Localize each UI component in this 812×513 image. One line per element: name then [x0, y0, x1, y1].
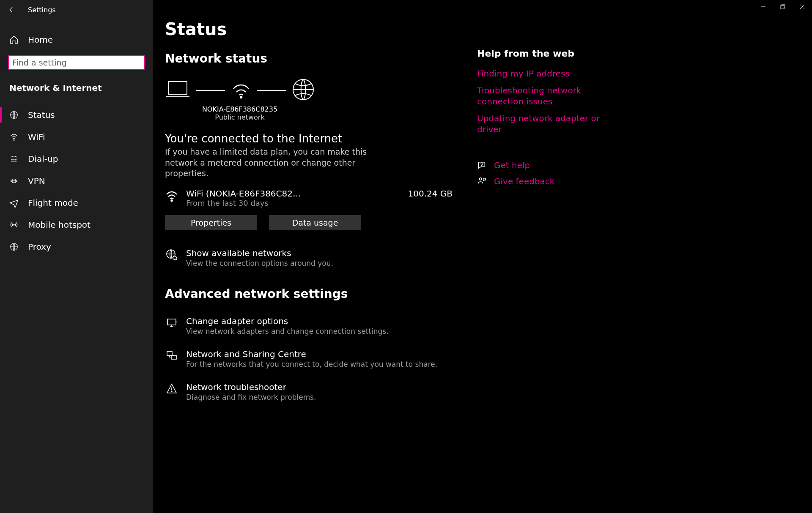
sharing-centre-option[interactable]: Network and Sharing Centre For the netwo… — [165, 349, 457, 368]
svg-point-15 — [240, 96, 242, 98]
network-row: WiFi (NOKIA-E86F386C82… From the last 30… — [165, 188, 457, 207]
get-help-link[interactable]: Get help — [477, 160, 604, 170]
sidebar-item-flightmode[interactable]: Flight mode — [0, 192, 153, 214]
svg-point-7 — [14, 161, 14, 161]
sidebar-item-wifi[interactable]: WiFi — [0, 126, 153, 148]
sidebar-item-proxy[interactable]: Proxy — [0, 236, 153, 258]
svg-point-4 — [14, 159, 14, 160]
globe-icon — [292, 78, 315, 103]
svg-point-0 — [135, 60, 139, 64]
option-sub: Diagnose and fix network problems. — [186, 393, 316, 401]
change-adapter-option[interactable]: Change adapter options View network adap… — [165, 316, 457, 336]
svg-point-9 — [11, 180, 13, 182]
svg-point-11 — [14, 224, 14, 225]
proxy-icon — [9, 243, 19, 251]
help-icon — [477, 161, 486, 170]
minimize-button[interactable] — [754, 0, 773, 14]
svg-point-6 — [12, 161, 12, 161]
sidebar-item-hotspot[interactable]: Mobile hotspot — [0, 214, 153, 236]
show-networks-option[interactable]: Show available networks View the connect… — [165, 248, 457, 267]
sidebar: Settings Home Network & Internet Stat — [0, 0, 153, 513]
sidebar-home[interactable]: Home — [0, 30, 153, 50]
home-icon — [9, 35, 19, 44]
sidebar-item-label: Proxy — [28, 242, 51, 252]
back-icon[interactable] — [8, 6, 15, 14]
window-controls — [754, 0, 812, 14]
svg-rect-23 — [171, 355, 176, 359]
diagram-nettype: Public network — [165, 113, 315, 121]
maximize-button[interactable] — [773, 0, 793, 14]
sidebar-item-label: WiFi — [28, 132, 45, 142]
svg-point-10 — [16, 180, 17, 182]
sidebar-item-dialup[interactable]: Dial-up — [0, 148, 153, 170]
network-name: WiFi (NOKIA-E86F386C82… — [186, 188, 400, 199]
titlebar-left: Settings — [0, 0, 153, 19]
option-title: Change adapter options — [186, 316, 389, 326]
datausage-button[interactable]: Data usage — [269, 215, 361, 230]
wifi-icon — [231, 79, 251, 101]
option-title: Show available networks — [186, 248, 333, 258]
svg-rect-14 — [168, 82, 187, 94]
sharing-icon — [165, 349, 178, 362]
feedback-icon — [477, 177, 486, 186]
option-sub: View network adapters and change connect… — [186, 327, 389, 336]
help-link-driver[interactable]: Updating network adapter or driver — [477, 113, 604, 135]
nav-list: Status WiFi Dial-up VPN — [0, 104, 153, 258]
svg-point-5 — [16, 159, 16, 160]
svg-point-17 — [171, 200, 172, 201]
connected-sub: If you have a limited data plan, you can… — [165, 147, 368, 179]
diagram-line — [196, 90, 225, 91]
close-button[interactable] — [793, 0, 812, 14]
warning-icon — [165, 382, 178, 395]
svg-point-3 — [12, 159, 12, 160]
wifi-icon — [165, 188, 178, 203]
airplane-icon — [9, 198, 19, 207]
sidebar-item-vpn[interactable]: VPN — [0, 170, 153, 192]
sidebar-item-label: VPN — [28, 176, 45, 186]
network-usage: 100.24 GB — [408, 188, 457, 199]
sidebar-item-status[interactable]: Status — [0, 104, 153, 126]
search-box[interactable] — [8, 55, 145, 70]
give-feedback-label: Give feedback — [494, 176, 554, 186]
help-link-ip[interactable]: Finding my IP address — [477, 68, 604, 79]
svg-point-8 — [16, 161, 16, 161]
main: Status Network status — [153, 0, 812, 513]
search-input[interactable] — [12, 58, 134, 67]
sidebar-item-label: Flight mode — [28, 198, 78, 208]
wifi-icon — [9, 132, 19, 142]
network-period: From the last 30 days — [186, 199, 400, 207]
app-title: Settings — [28, 6, 56, 14]
network-status-heading: Network status — [165, 52, 457, 65]
vpn-icon — [9, 176, 19, 186]
advanced-heading: Advanced network settings — [165, 287, 457, 301]
hotspot-icon — [9, 220, 19, 229]
diagram-line — [257, 90, 286, 91]
svg-point-2 — [14, 139, 14, 140]
svg-point-26 — [480, 178, 482, 180]
globe-icon — [9, 111, 19, 119]
properties-button[interactable]: Properties — [165, 215, 257, 230]
adapter-icon — [165, 316, 178, 329]
connected-heading: You're connected to the Internet — [165, 132, 457, 145]
help-link-troubleshoot[interactable]: Troubleshooting network connection issue… — [477, 85, 604, 107]
sidebar-category: Network & Internet — [0, 75, 153, 97]
svg-point-24 — [171, 391, 172, 392]
network-diagram — [165, 78, 315, 103]
option-title: Network and Sharing Centre — [186, 349, 437, 359]
search-icon — [134, 59, 141, 66]
give-feedback-link[interactable]: Give feedback — [477, 176, 604, 186]
sidebar-item-label: Dial-up — [28, 154, 58, 164]
troubleshooter-option[interactable]: Network troubleshooter Diagnose and fix … — [165, 382, 457, 401]
svg-rect-22 — [167, 352, 172, 355]
sidebar-item-label: Mobile hotspot — [28, 220, 91, 230]
dialup-icon — [9, 154, 19, 164]
laptop-icon — [165, 80, 190, 101]
svg-rect-13 — [781, 5, 784, 9]
help-heading: Help from the web — [477, 48, 604, 59]
option-sub: For the networks that you connect to, de… — [186, 360, 437, 368]
sidebar-home-label: Home — [28, 35, 53, 45]
get-help-label: Get help — [494, 160, 530, 170]
diagram-ssid: NOKIA-E86F386C8235 — [165, 105, 315, 113]
sidebar-item-label: Status — [28, 110, 55, 120]
option-title: Network troubleshooter — [186, 382, 316, 392]
